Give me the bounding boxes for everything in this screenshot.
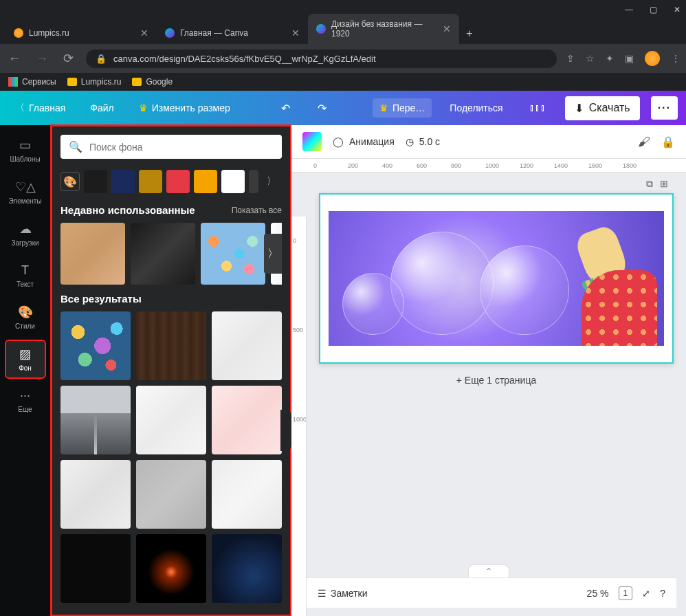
nav-label: Текст xyxy=(16,280,34,288)
resize-button[interactable]: ♛ Изменить размер xyxy=(132,98,237,118)
browser-tab-1[interactable]: Lumpics.ru ✕ xyxy=(5,22,157,44)
sidebar-templates[interactable]: ▭ Шаблоны xyxy=(0,132,50,168)
undo-button[interactable]: ↶ xyxy=(273,96,298,120)
zoom-control[interactable]: 25 % xyxy=(587,588,609,599)
sidebar-background[interactable]: ▨ Фон xyxy=(6,341,45,377)
search-input[interactable] xyxy=(89,142,274,153)
color-swatch[interactable] xyxy=(84,170,107,193)
color-swatch[interactable] xyxy=(111,170,135,193)
background-thumb[interactable] xyxy=(136,534,206,603)
scroll-right-button[interactable]: 〉 xyxy=(263,175,280,188)
color-swatch[interactable] xyxy=(194,170,217,193)
background-thumb[interactable] xyxy=(131,223,195,285)
bookmark-label: Google xyxy=(146,77,173,87)
bookmark-icon[interactable]: ☆ xyxy=(586,53,595,64)
close-icon[interactable]: ✕ xyxy=(443,23,451,34)
download-button[interactable]: ⬇ Скачать xyxy=(565,96,640,120)
background-thumb[interactable] xyxy=(212,534,282,603)
sidebar-text[interactable]: T Текст xyxy=(0,258,50,294)
color-swatch[interactable] xyxy=(166,170,190,193)
nav-label: Фон xyxy=(19,364,32,372)
background-thumb[interactable] xyxy=(136,311,206,380)
profile-avatar[interactable] xyxy=(645,51,660,66)
background-thumb[interactable] xyxy=(212,386,282,454)
background-thumb[interactable] xyxy=(136,460,206,529)
more-options-button[interactable]: ··· xyxy=(651,96,678,120)
background-thumb[interactable] xyxy=(136,386,206,454)
fullscreen-button[interactable]: ⤢ xyxy=(642,588,650,599)
collapse-panel-button[interactable] xyxy=(280,410,291,451)
lock-icon[interactable]: 🔒 xyxy=(661,135,675,148)
window-minimize[interactable]: ― xyxy=(625,5,633,14)
address-bar[interactable]: 🔒 canva.com/design/DAE2csks56s/fKbvE5Q__… xyxy=(86,50,557,68)
search-input-wrap[interactable]: 🔍 xyxy=(60,135,282,159)
background-panel: 🔍 🎨 〉 Недавно использованные Показать вс… xyxy=(51,125,291,616)
background-thumb[interactable] xyxy=(212,460,282,529)
share-label: Поделиться xyxy=(450,102,502,113)
help-button[interactable]: ? xyxy=(660,588,665,599)
bookmark-google[interactable]: Google xyxy=(132,77,173,87)
forward-button[interactable]: → xyxy=(33,49,51,69)
background-thumb[interactable] xyxy=(212,311,282,380)
home-button[interactable]: 〈 Главная xyxy=(8,98,72,118)
bottom-bar: ☰ Заметки 25 % 1 ⤢ ? xyxy=(307,578,676,608)
nav-label: Стили xyxy=(15,322,35,330)
expand-timeline-button[interactable]: ⌃ xyxy=(468,564,509,578)
styles-icon[interactable]: 🖌 xyxy=(638,135,650,149)
browser-tab-2[interactable]: Главная — Canva ✕ xyxy=(157,22,308,44)
animation-button[interactable]: ◯ Анимация xyxy=(333,136,395,147)
reload-button[interactable]: ⟳ xyxy=(60,48,76,69)
redo-button[interactable]: ↷ xyxy=(309,96,335,120)
window-close[interactable]: ✕ xyxy=(674,5,681,14)
duration-label: 5.0 с xyxy=(419,136,440,147)
nav-label: Шаблоны xyxy=(10,155,40,163)
color-swatch[interactable] xyxy=(221,170,245,193)
download-icon: ⬇ xyxy=(575,102,584,115)
window-maximize[interactable]: ▢ xyxy=(650,5,657,14)
close-icon[interactable]: ✕ xyxy=(140,28,148,38)
bookmark-lumpics[interactable]: Lumpics.ru xyxy=(67,77,122,87)
back-button[interactable]: ← xyxy=(5,49,23,69)
background-thumb[interactable] xyxy=(60,223,125,285)
show-all-link[interactable]: Показать все xyxy=(232,206,282,215)
sidebar-more[interactable]: ··· Еще xyxy=(0,383,50,419)
scroll-right-button[interactable]: 〉 xyxy=(264,234,282,274)
background-thumb[interactable] xyxy=(60,386,131,454)
menu-icon[interactable]: ⋮ xyxy=(671,53,681,64)
nav-label: Элементы xyxy=(9,197,42,205)
add-page-link[interactable]: + Еще 1 страница xyxy=(318,375,675,386)
color-tool[interactable] xyxy=(302,132,322,151)
bookmark-services[interactable]: Сервисы xyxy=(8,77,56,87)
notes-label: Заметки xyxy=(331,588,368,599)
translate-label: Пере… xyxy=(392,102,425,113)
color-picker-button[interactable]: 🎨 xyxy=(60,172,80,191)
background-thumb[interactable] xyxy=(201,223,265,285)
extensions-icon[interactable]: ✦ xyxy=(606,53,614,64)
duplicate-page-button[interactable]: ⧉ xyxy=(646,178,653,190)
duration-button[interactable]: ◷ 5.0 с xyxy=(406,136,440,147)
hand-graphic[interactable] xyxy=(547,222,657,346)
browser-tab-3[interactable]: Дизайн без названия — 1920 ✕ xyxy=(308,14,459,44)
background-thumb[interactable] xyxy=(60,460,131,529)
new-tab-button[interactable]: + xyxy=(459,23,479,44)
color-swatch[interactable] xyxy=(249,170,258,193)
background-thumb[interactable] xyxy=(60,311,131,380)
sidebar-uploads[interactable]: ☁ Загрузки xyxy=(0,216,50,252)
canvas-content[interactable] xyxy=(329,211,664,346)
share-button[interactable]: Поделиться xyxy=(443,98,509,118)
page-indicator[interactable]: 1 xyxy=(619,586,633,600)
translate-button[interactable]: ♛ Пере… xyxy=(373,98,432,118)
notes-button[interactable]: ☰ Заметки xyxy=(318,588,368,599)
sidebar-elements[interactable]: ♡△ Элементы xyxy=(0,174,50,210)
analytics-button[interactable]: ⫾⫾⫾ xyxy=(521,96,554,120)
file-button[interactable]: Файл xyxy=(83,98,120,118)
sidebar-styles[interactable]: 🎨 Стили xyxy=(0,299,50,336)
reader-icon[interactable]: ▣ xyxy=(625,53,634,64)
color-swatch[interactable] xyxy=(139,170,162,193)
nav-label: Загрузки xyxy=(11,239,38,247)
share-icon[interactable]: ⇪ xyxy=(566,53,575,64)
add-page-button[interactable]: ⊞ xyxy=(660,178,668,190)
close-icon[interactable]: ✕ xyxy=(291,28,300,38)
canvas-page[interactable] xyxy=(319,193,674,364)
background-thumb[interactable] xyxy=(60,534,131,603)
